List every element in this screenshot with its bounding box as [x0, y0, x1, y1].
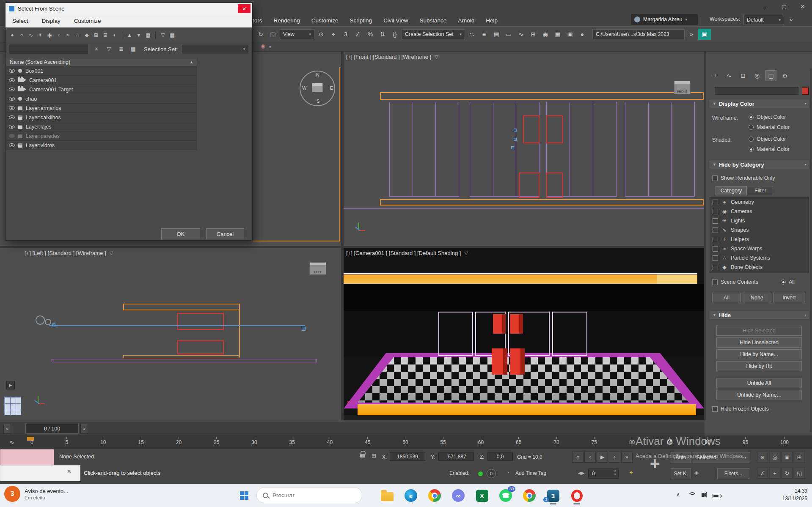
visibility-eye-icon[interactable] [9, 106, 15, 110]
listener-zero-button[interactable]: 0 [487, 469, 496, 478]
pivot-center-icon[interactable]: ⊙ [316, 29, 327, 40]
time-prev-button[interactable]: < [3, 424, 11, 434]
hide-by-hit-button[interactable]: Hide by Hit [716, 361, 802, 371]
interactive-render-icon[interactable]: ▣ [698, 29, 711, 40]
orbit-icon[interactable]: ↻ [782, 468, 793, 479]
category-row-helpers[interactable]: +Helpers [710, 235, 809, 244]
hide-by-name-button[interactable]: Hide by Name... [716, 349, 802, 359]
hide-by-category-rollout[interactable]: ▼ Hide by Category ▪ [709, 160, 810, 169]
visibility-eye-icon[interactable] [9, 78, 15, 82]
camera-viewport-label[interactable]: [+] [Camera001 ] [Standard ] [Default Sh… [346, 250, 468, 256]
timeline-tick[interactable]: 0 [30, 437, 33, 449]
category-row-shapes[interactable]: ∿Shapes [710, 225, 809, 235]
timeline-tick[interactable]: 45 [365, 437, 370, 449]
filter-materials-icon[interactable]: ◐ [110, 30, 119, 40]
filter-geometry-icon[interactable]: ● [8, 30, 17, 40]
viewport-left[interactable]: [+] [Left ] [Standard ] [Wireframe ] ▽ L… [0, 248, 341, 420]
rendered-frame-icon[interactable]: ▣ [564, 29, 575, 40]
filter-lights-icon[interactable]: ☀ [36, 30, 44, 40]
timeline-tick[interactable]: 30 [251, 437, 257, 449]
tab-category[interactable]: Category [716, 186, 747, 195]
chevron-down-icon[interactable]: ▾ [269, 45, 271, 49]
visibility-eye-icon[interactable] [9, 97, 15, 101]
scene-contents-checkbox[interactable]: Scene Contents [712, 279, 758, 285]
search-input[interactable] [8, 44, 88, 54]
scene-contents-all-radio[interactable]: All [781, 279, 795, 285]
search-funnel-icon[interactable]: ▽ [105, 44, 113, 54]
menu-rendering[interactable]: Rendering [274, 17, 300, 24]
viewcube-icon[interactable] [312, 83, 323, 92]
set-key-button[interactable]: Set K. [671, 468, 691, 479]
list-item-layer-caixilhos[interactable]: Layer:caixilhos [6, 113, 197, 122]
render-icon[interactable]: ● [577, 29, 588, 40]
key-icon[interactable]: ✦ [629, 469, 633, 476]
motion-tab-icon[interactable]: ◎ [751, 70, 762, 81]
settings-grid-icon[interactable]: ▦ [168, 30, 176, 40]
hide-selected-button[interactable]: Hide Selected [716, 326, 802, 336]
time-tag-icon[interactable]: ◔ [506, 469, 509, 476]
maximize-viewport-icon[interactable]: ◱ [794, 468, 805, 479]
hide-unselected-button[interactable]: Hide Unselected [716, 337, 802, 348]
timeline-tick[interactable]: 15 [138, 437, 143, 449]
signed-in-user[interactable]: Margarida Abreu ▾ [631, 14, 698, 25]
menu-customize[interactable]: Customize [311, 17, 339, 24]
dialog-titlebar[interactable]: Select From Scene ✕ [6, 3, 252, 14]
sort-ascending-icon[interactable]: ▲ [125, 30, 134, 40]
modify-tab-icon[interactable]: ∿ [724, 70, 735, 81]
project-path-box[interactable]: C:\Users\User\...s\3ds Max 2023 [592, 29, 685, 39]
next-frame-icon[interactable]: › [609, 452, 620, 463]
category-row-bone-objects[interactable]: ◆Bone Objects [710, 263, 809, 272]
utilities-tab-icon[interactable]: ⚙ [779, 70, 790, 81]
category-row-geometry[interactable]: ●Geometry [710, 197, 809, 207]
display-stack-icon[interactable]: ≣ [117, 44, 125, 54]
viewport-filter-icon[interactable]: ▽ [110, 250, 113, 256]
reference-coordinate-combo[interactable]: View▾ [280, 29, 314, 39]
timeline-tick[interactable]: 80 [629, 437, 635, 449]
layer-explorer-icon[interactable]: ▤ [491, 29, 502, 40]
zoom-extents-icon[interactable]: ▣ [782, 452, 793, 463]
list-item-box001[interactable]: Box001 [6, 66, 197, 76]
menu-scripting[interactable]: Scripting [350, 17, 372, 24]
snap-percent-icon[interactable]: % [365, 29, 376, 40]
timeline-tick[interactable]: 90 [705, 437, 710, 449]
ribbon-icon[interactable]: ▭ [503, 29, 514, 40]
hide-rollout[interactable]: ▼ Hide ▪ [709, 310, 810, 320]
timeline-tick[interactable]: 95 [743, 437, 748, 449]
object-color-swatch[interactable] [802, 87, 809, 95]
viewport-filter-icon[interactable]: ▽ [464, 250, 468, 256]
wireframe-material-color-radio[interactable]: Material Color [749, 124, 790, 130]
named-selection-combo[interactable]: Create Selection Set▾ [402, 29, 465, 39]
viewport-filter-icon[interactable]: ▽ [435, 54, 438, 60]
unhide-all-button[interactable]: Unhide All [716, 378, 802, 388]
selection-set-combo[interactable]: ▾ [182, 44, 248, 54]
tab-filter[interactable]: Filter [748, 186, 773, 195]
list-item-layer-lajes[interactable]: Layer:lajes [6, 122, 197, 132]
category-row-cameras[interactable]: ◉Cameras [710, 207, 809, 216]
scale-icon[interactable]: ◱ [267, 29, 278, 40]
add-time-tag-text[interactable]: Add Time Tag [515, 470, 546, 476]
timeline-tick[interactable]: 65 [516, 437, 521, 449]
visibility-eye-icon[interactable] [9, 143, 15, 147]
maximize-button[interactable]: ▢ [775, 0, 793, 13]
dialog-menu-customize[interactable]: Customize [74, 18, 101, 24]
cancel-button[interactable]: Cancel [206, 228, 244, 239]
go-end-icon[interactable]: » [621, 452, 633, 463]
minicube-front[interactable]: FRONT [674, 81, 691, 94]
column-chooser-icon[interactable]: ▤ [144, 30, 152, 40]
tray-chevron-icon[interactable]: ∧ [676, 491, 680, 498]
time-slider[interactable]: < 0 / 100 > [0, 422, 704, 436]
panel-scrollbar[interactable] [810, 69, 812, 432]
edge-icon[interactable]: e [402, 486, 420, 505]
unhide-by-name-button[interactable]: Unhide by Name... [716, 390, 802, 400]
timeline-tick[interactable]: 85 [667, 437, 672, 449]
filter-shapes-icon[interactable]: ∿ [27, 30, 35, 40]
category-none-button[interactable]: None [743, 293, 771, 302]
rotate-icon[interactable]: ↻ [255, 29, 266, 40]
timeline-tick[interactable]: 35 [289, 437, 295, 449]
set-key-large-icon[interactable]: + [650, 453, 660, 474]
excel-icon[interactable]: X [473, 486, 491, 505]
render-setup-icon[interactable]: ▦ [552, 29, 563, 40]
toolbar-overflow-icon[interactable]: » [686, 29, 697, 40]
time-next-button[interactable]: > [80, 424, 88, 434]
funnel-icon[interactable]: ▽ [159, 30, 167, 40]
